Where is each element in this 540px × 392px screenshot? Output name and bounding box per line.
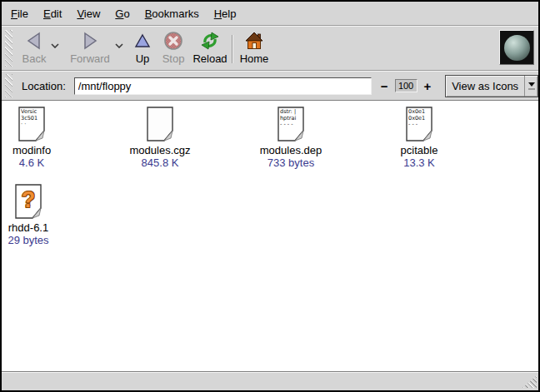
file-item-rhdd[interactable]: ? rhdd-6.1 29 bytes [2,184,78,246]
reload-icon [200,31,220,51]
forward-history-dropdown[interactable] [113,40,125,52]
forward-button[interactable]: Forward [66,28,114,68]
file-name: rhdd-6.1 [8,221,48,234]
dropdown-arrow-icon [524,76,538,97]
up-label: Up [136,52,150,65]
view-mode-dropdown[interactable]: View as Icons [445,75,538,97]
location-bar-drag-handle[interactable] [5,74,12,97]
unknown-file-icon: ? [14,184,42,219]
menu-help[interactable]: Help [207,4,244,23]
text-file-icon: dstr: | hptrai - - - - [277,107,305,141]
file-item-modules-cgz[interactable]: modules.cgz 845.8 K [110,107,210,169]
back-label: Back [22,52,47,65]
menu-bar: File Edit View Go Bookmarks Help [2,2,538,25]
location-label: Location: [22,80,66,92]
preview-line: - - - [408,122,430,128]
forward-arrow-icon [80,31,100,51]
zoom-out-button[interactable]: − [381,79,388,93]
location-bar: Location: − 100 + View as Icons [2,72,538,100]
throbber [499,30,534,65]
file-item-modules-dep[interactable]: dstr: | hptrai - - - - modules.dep 733 b… [241,107,341,169]
file-manager-window: File Edit View Go Bookmarks Help Back Fo… [0,0,540,392]
stop-button[interactable]: Stop [157,28,190,68]
status-bar [2,372,538,389]
file-size: 845.8 K [142,156,179,169]
reload-button[interactable]: Reload [190,28,230,68]
text-file-icon: Versic 3c501 · · [18,107,46,141]
question-mark-glyph: ? [14,185,42,215]
file-size: 4.6 K [19,156,44,169]
stop-icon [163,31,183,51]
blank-file-icon [146,107,174,141]
back-arrow-icon [24,31,44,51]
zoom-level-indicator[interactable]: 100 [395,79,418,92]
reload-label: Reload [192,52,227,65]
menu-edit[interactable]: Edit [36,4,69,23]
menu-file[interactable]: File [3,4,36,23]
text-file-icon: 0x0e1 0x0e1 - - - [405,107,433,141]
home-label: Home [240,52,269,65]
home-icon [244,31,264,51]
file-name: modules.cgz [130,144,191,156]
throbber-sphere-icon [504,35,530,61]
up-button[interactable]: Up [128,28,157,68]
back-history-dropdown[interactable] [49,40,61,52]
location-input[interactable] [74,77,372,95]
stop-label: Stop [162,52,185,65]
preview-line: - - - - [280,122,302,128]
file-item-modinfo[interactable]: Versic 3c501 · · modinfo 4.6 K [2,107,82,169]
file-size: 13.3 K [403,156,435,169]
menu-view[interactable]: View [69,4,108,23]
toolbar-separator [232,35,233,63]
file-name: modules.dep [260,144,322,156]
zoom-in-button[interactable]: + [424,79,432,93]
forward-label: Forward [70,52,110,65]
home-button[interactable]: Home [237,28,272,68]
up-arrow-icon [132,31,152,51]
file-view-area[interactable]: Versic 3c501 · · modinfo 4.6 K modules.c… [2,100,538,372]
toolbar-drag-handle[interactable] [5,30,12,67]
file-size: 29 bytes [8,234,48,246]
file-name: modinfo [12,144,51,156]
file-name: pcitable [401,144,438,156]
toolbar: Back Forward Up [2,27,538,70]
menu-go[interactable]: Go [108,4,137,23]
menu-bookmarks[interactable]: Bookmarks [138,4,207,23]
preview-line: · · [21,122,42,128]
file-size: 733 bytes [268,156,314,169]
resize-grip[interactable] [522,375,537,388]
view-mode-label: View as Icons [446,80,524,92]
file-item-pcitable[interactable]: 0x0e1 0x0e1 - - - pcitable 13.3 K [369,107,469,169]
